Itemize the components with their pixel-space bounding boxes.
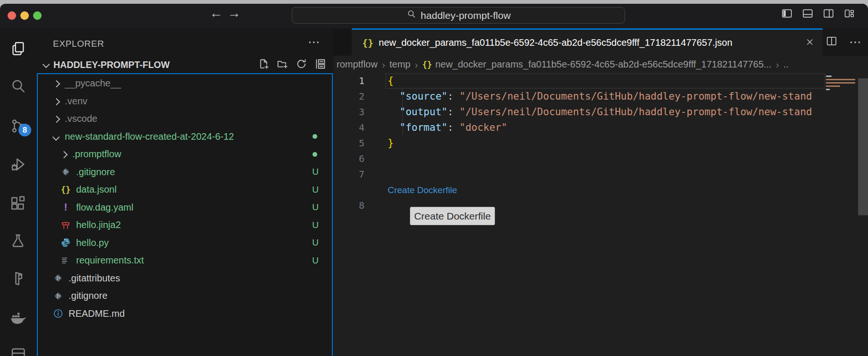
panel-right-toggle[interactable] <box>822 8 835 21</box>
chevron-down-icon <box>52 131 61 142</box>
tree-item-label: data.jsonl <box>76 184 117 195</box>
layout-controls <box>781 8 856 21</box>
python-file-icon <box>60 237 72 249</box>
breadcrumb-separator: › <box>776 59 779 70</box>
tree-item--gitignore[interactable]: .gitignoreU <box>38 163 330 181</box>
editor-actions: ⋯ <box>825 28 861 56</box>
editor-pane: romptflow›temp›{}new_docker_params_fa011… <box>333 56 868 356</box>
previous-tab-sliver[interactable] <box>333 28 352 56</box>
tree-item--pycache-[interactable]: __pycache__ <box>38 75 330 93</box>
code-line: { <box>388 73 825 89</box>
activity-item-docker[interactable] <box>0 306 35 329</box>
minimize-window-button[interactable] <box>20 11 29 20</box>
command-center-label: haddley-prompt-flow <box>421 10 511 21</box>
line-number: 8 <box>333 198 373 213</box>
minimap-line <box>826 79 855 80</box>
explorer-title: EXPLORER <box>53 39 104 49</box>
new-folder-button[interactable] <box>276 58 289 72</box>
git-changes-dot <box>312 152 317 157</box>
panel-bottom-toggle[interactable] <box>801 8 814 21</box>
breadcrumb-segment[interactable]: temp <box>390 59 410 70</box>
zoom-window-button[interactable] <box>33 11 42 20</box>
git-untracked-badge: U <box>312 185 319 195</box>
tree-item-requirements-txt[interactable]: requirements.txtU <box>38 252 330 270</box>
tree-item-hello-jinja2[interactable]: hello.jinja2U <box>38 216 330 234</box>
scm-badge: 8 <box>18 124 31 136</box>
new-file-button[interactable] <box>257 58 270 72</box>
history-forward-button[interactable]: → <box>226 6 242 21</box>
codelens-link[interactable]: Create Dockerfile <box>388 185 457 195</box>
tree-item--gitattributes[interactable]: .gitattributes <box>38 270 330 288</box>
breadcrumb[interactable]: romptflow›temp›{}new_docker_params_fa011… <box>333 56 868 73</box>
json-file-icon: {} <box>362 37 373 49</box>
tree-item--gitignore[interactable]: .gitignore <box>38 287 330 305</box>
line-number-gutter: 12345678 <box>333 73 373 213</box>
minimap-line <box>826 82 855 84</box>
close-tab-icon[interactable] <box>805 37 815 49</box>
breadcrumb-segment[interactable]: romptflow <box>337 59 378 70</box>
chevron-right-icon <box>52 113 61 124</box>
chevron-down-icon <box>42 60 52 69</box>
activity-item-partial-bottom-view[interactable] <box>0 340 35 356</box>
vertical-scrollbar[interactable] <box>858 78 868 215</box>
activity-item-explorer[interactable] <box>0 37 35 60</box>
code-line <box>388 151 825 167</box>
activity-item-testing[interactable] <box>0 229 35 252</box>
info-file-icon <box>52 307 64 320</box>
activity-item-extensions[interactable] <box>0 192 35 214</box>
code-line: "format": "docker" <box>388 120 825 136</box>
breadcrumb-separator: › <box>382 59 385 70</box>
chevron-right-icon <box>60 149 69 160</box>
tab-title: new_docker_params_fa011b5e-6592-4c65-ab2… <box>379 37 732 48</box>
split-editor-button[interactable] <box>825 35 838 49</box>
layout-custom-toggle[interactable] <box>843 8 856 21</box>
history-back-button[interactable]: ← <box>208 6 224 21</box>
minimap-line <box>826 85 840 87</box>
activity-bar: 8 <box>0 28 36 356</box>
line-number: 6 <box>333 151 373 167</box>
panel-left-toggle[interactable] <box>781 8 793 21</box>
line-number: 2 <box>333 89 373 104</box>
tree-item-label: new-standard-flow-created-at-2024-6-12 <box>65 131 234 142</box>
close-window-button[interactable] <box>8 11 16 20</box>
jinja-file-icon <box>60 219 72 231</box>
workspace-section-header[interactable]: HADDLEY-PROMPT-FLOW <box>35 55 332 75</box>
tree-item-new-standard-flow-created-at-2024-6-12[interactable]: new-standard-flow-created-at-2024-6-12 <box>38 128 330 146</box>
search-icon <box>406 9 417 22</box>
tree-item-hello-py[interactable]: hello.pyU <box>38 234 330 252</box>
git-file-icon <box>52 272 64 284</box>
explorer-more-actions-button[interactable]: ⋯ <box>308 35 320 50</box>
create-dockerfile-button[interactable]: Create Dockerfile <box>410 207 495 225</box>
tab-new-docker-params-json[interactable]: {} new_docker_params_fa011b5e-6592-4c65-… <box>352 28 823 56</box>
line-number: 7 <box>333 167 373 182</box>
minimap[interactable] <box>826 76 857 92</box>
tree-item-label: .gitignore <box>76 167 115 178</box>
git-file-icon <box>52 290 64 302</box>
tree-item--promptflow[interactable]: .promptflow <box>38 145 330 163</box>
minimap-line <box>826 89 830 90</box>
editor-more-actions-button[interactable]: ⋯ <box>849 35 861 50</box>
line-number: 1 <box>333 73 373 89</box>
code-content[interactable]: { "source": "/Users/neil/Documents/GitHu… <box>388 73 825 213</box>
explorer-sidebar: EXPLORER ⋯ HADDLEY-PROMPT-FLOW __pycache… <box>35 28 333 356</box>
tree-item-flow-dag-yaml[interactable]: !flow.dag.yamlU <box>38 199 330 217</box>
tree-item-label: flow.dag.yaml <box>76 202 133 213</box>
tree-item--vscode[interactable]: .vscode <box>38 110 330 128</box>
chevron-right-icon <box>52 78 61 89</box>
collapse-all-button[interactable] <box>314 58 327 72</box>
tree-item-data-jsonl[interactable]: {}data.jsonlU <box>38 181 330 199</box>
command-center-search[interactable]: haddley-prompt-flow <box>292 7 625 24</box>
git-untracked-badge: U <box>312 237 319 248</box>
tree-item-label: requirements.txt <box>76 255 144 266</box>
refresh-button[interactable] <box>295 58 308 72</box>
activity-item-prompt-flow[interactable] <box>0 267 35 290</box>
activity-item-search[interactable] <box>0 75 35 97</box>
tree-item--venv[interactable]: .venv <box>38 93 330 110</box>
breadcrumb-segment[interactable]: .. <box>783 59 789 70</box>
activity-item-run-and-debug[interactable] <box>0 153 35 176</box>
activity-item-source-control[interactable]: 8 <box>0 115 35 137</box>
explorer-toolbar <box>257 58 327 72</box>
tree-item-label: README.md <box>69 308 125 319</box>
tree-item-readme-md[interactable]: README.md <box>38 305 330 323</box>
breadcrumb-segment[interactable]: {}new_docker_params_fa011b5e-6592-4c65-a… <box>422 59 772 70</box>
